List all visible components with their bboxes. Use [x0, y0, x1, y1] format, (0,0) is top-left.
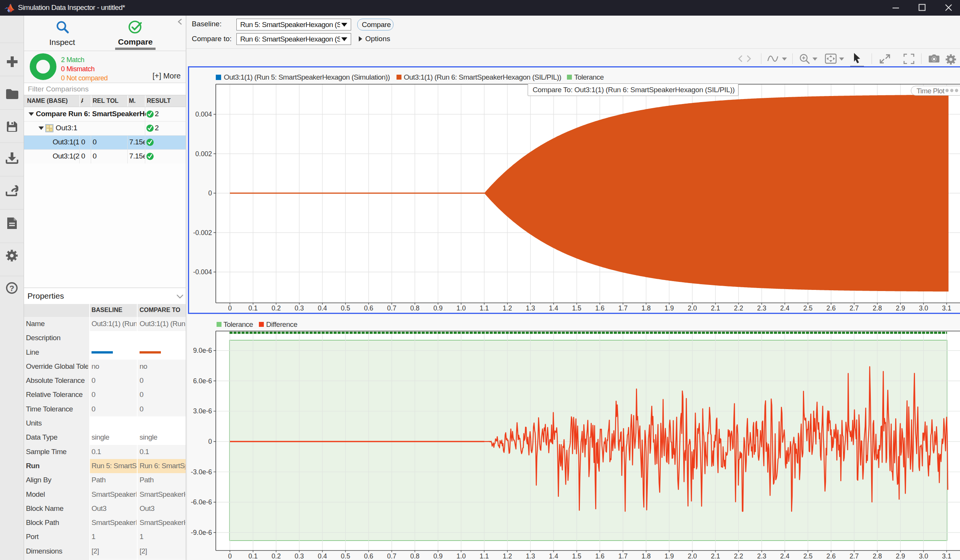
svg-text:1.5: 1.5	[572, 304, 581, 312]
svg-text:0.004: 0.004	[195, 110, 212, 118]
svg-text:2.1: 2.1	[711, 552, 720, 560]
svg-text:0: 0	[228, 304, 232, 312]
svg-text:3.0e-6: 3.0e-6	[193, 407, 212, 415]
svg-text:2.2: 2.2	[734, 304, 743, 312]
svg-text:0.002: 0.002	[195, 150, 212, 158]
svg-text:2.3: 2.3	[757, 552, 766, 560]
svg-text:0: 0	[208, 189, 212, 197]
svg-text:2.9: 2.9	[896, 552, 905, 560]
svg-text:1.4: 1.4	[549, 304, 559, 312]
svg-text:3.0: 3.0	[919, 552, 928, 560]
svg-text:0.7: 0.7	[387, 552, 396, 560]
svg-text:0: 0	[228, 552, 232, 560]
svg-text:1.7: 1.7	[618, 552, 628, 560]
svg-text:1.3: 1.3	[526, 304, 535, 312]
svg-text:0.4: 0.4	[318, 304, 327, 312]
svg-text:6.0e-6: 6.0e-6	[193, 377, 212, 385]
svg-text:-9.0e-6: -9.0e-6	[191, 529, 212, 536]
svg-text:2.3: 2.3	[757, 304, 766, 312]
svg-text:1.6: 1.6	[595, 304, 604, 312]
svg-text:2.5: 2.5	[803, 304, 812, 312]
svg-text:3.1: 3.1	[942, 552, 951, 560]
svg-text:1.0: 1.0	[456, 304, 466, 312]
svg-text:0.4: 0.4	[318, 552, 327, 560]
svg-text:2.8: 2.8	[873, 304, 882, 312]
svg-text:0.3: 0.3	[295, 304, 304, 312]
svg-text:1.0: 1.0	[456, 552, 466, 560]
svg-text:0.5: 0.5	[341, 304, 350, 312]
svg-text:2.6: 2.6	[827, 304, 836, 312]
svg-text:0.6: 0.6	[364, 304, 373, 312]
svg-text:0.7: 0.7	[387, 304, 396, 312]
svg-text:1.2: 1.2	[503, 552, 512, 560]
svg-text:2.0: 2.0	[688, 304, 697, 312]
svg-text:3.0: 3.0	[919, 304, 928, 312]
svg-text:?: ?	[10, 284, 14, 293]
svg-text:-0.004: -0.004	[193, 268, 212, 276]
svg-text:1.3: 1.3	[526, 552, 535, 560]
svg-text:1.1: 1.1	[480, 552, 489, 560]
svg-text:0.1: 0.1	[248, 304, 257, 312]
svg-text:2.8: 2.8	[873, 552, 882, 560]
svg-text:1.9: 1.9	[665, 304, 674, 312]
svg-text:2.2: 2.2	[734, 552, 743, 560]
svg-text:1.4: 1.4	[549, 552, 559, 560]
svg-text:1.9: 1.9	[665, 552, 674, 560]
svg-text:2.0: 2.0	[688, 552, 697, 560]
svg-text:1.8: 1.8	[641, 552, 650, 560]
svg-text:-6.0e-6: -6.0e-6	[191, 498, 212, 506]
svg-text:2.7: 2.7	[849, 552, 859, 560]
svg-text:0.5: 0.5	[341, 552, 350, 560]
svg-text:2.4: 2.4	[780, 552, 790, 560]
svg-text:0.1: 0.1	[248, 552, 257, 560]
svg-text:1.6: 1.6	[595, 552, 604, 560]
svg-text:2.6: 2.6	[827, 552, 836, 560]
svg-text:2.4: 2.4	[780, 304, 790, 312]
svg-text:0.9: 0.9	[433, 304, 443, 312]
svg-text:2.7: 2.7	[849, 304, 859, 312]
svg-text:-0.002: -0.002	[193, 229, 212, 237]
svg-text:1.8: 1.8	[641, 304, 650, 312]
svg-text:1.1: 1.1	[480, 304, 489, 312]
svg-text:1.5: 1.5	[572, 552, 581, 560]
svg-text:0.2: 0.2	[271, 304, 281, 312]
svg-text:0.9: 0.9	[433, 552, 443, 560]
svg-text:2.1: 2.1	[711, 304, 720, 312]
svg-text:2.5: 2.5	[803, 552, 812, 560]
svg-text:-3.0e-6: -3.0e-6	[191, 468, 212, 476]
svg-text:3.1: 3.1	[942, 304, 951, 312]
svg-text:0.8: 0.8	[410, 552, 419, 560]
svg-text:1.7: 1.7	[618, 304, 628, 312]
svg-text:0: 0	[208, 438, 212, 445]
svg-text:9.0e-6: 9.0e-6	[193, 347, 212, 354]
svg-text:1.2: 1.2	[503, 304, 512, 312]
svg-text:0.8: 0.8	[410, 304, 419, 312]
svg-text:0.6: 0.6	[364, 552, 373, 560]
svg-text:2.9: 2.9	[896, 304, 905, 312]
svg-text:0.2: 0.2	[271, 552, 281, 560]
svg-text:0.3: 0.3	[295, 552, 304, 560]
